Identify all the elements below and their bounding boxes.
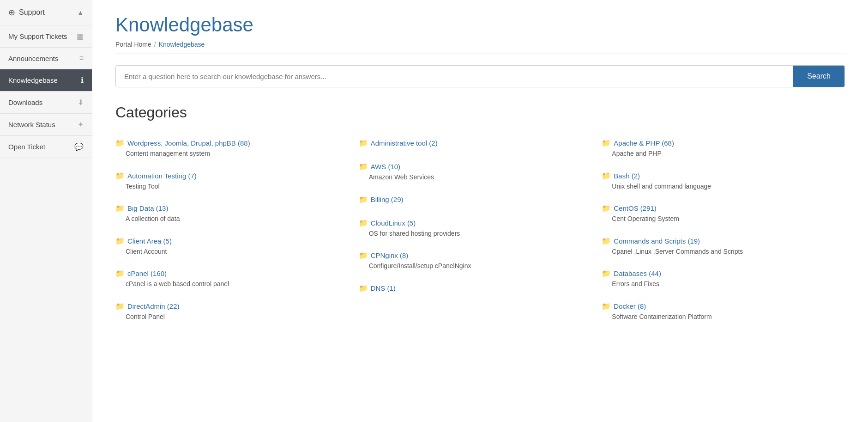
sidebar-nav: My Support Tickets▦Announcements≡Knowled… bbox=[0, 25, 92, 158]
folder-icon: 📁 bbox=[602, 204, 611, 213]
breadcrumb: Portal Home / Knowledgebase bbox=[115, 41, 845, 54]
sidebar-item-label-knowledgebase: Knowledgebase bbox=[8, 76, 58, 84]
sidebar-header-left: ⊕ Support bbox=[8, 7, 45, 18]
search-bar: Search bbox=[115, 65, 845, 87]
sidebar-item-network-status[interactable]: Network Status✦ bbox=[0, 114, 92, 136]
sidebar-item-label-open-ticket: Open Ticket bbox=[8, 143, 45, 151]
category-link-0-0[interactable]: 📁Wordpress, Joomla, Drupal, phpBB (88) bbox=[115, 139, 359, 147]
category-label-0-1: Automation Testing (7) bbox=[127, 172, 197, 180]
category-link-2-5[interactable]: 📁Docker (8) bbox=[602, 302, 845, 311]
category-col-2: 📁Apache & PHP (68)Apache and PHP📁Bash (2… bbox=[602, 132, 845, 328]
page-title: Knowledgebase bbox=[115, 14, 845, 36]
folder-icon: 📁 bbox=[359, 219, 368, 227]
category-item: 📁Databases (44)Errors and Fixes bbox=[602, 263, 845, 295]
category-desc-0-5: Control Panel bbox=[126, 312, 359, 322]
category-link-0-3[interactable]: 📁Client Area (5) bbox=[115, 237, 359, 245]
category-label-2-1: Bash (2) bbox=[614, 172, 640, 180]
sidebar-item-label-network-status: Network Status bbox=[8, 121, 55, 128]
category-item: 📁DNS (1) bbox=[359, 277, 602, 301]
category-desc-2-5: Software Containerization Platform bbox=[612, 312, 845, 322]
category-link-0-5[interactable]: 📁DirectAdmin (22) bbox=[115, 302, 359, 311]
category-desc-1-4: Configure/Install/setup cPanelNginx bbox=[369, 262, 602, 271]
category-desc-2-4: Errors and Fixes bbox=[612, 280, 845, 289]
breadcrumb-home[interactable]: Portal Home bbox=[115, 41, 151, 48]
category-item: 📁Bash (2)Unix shell and command language bbox=[602, 165, 845, 198]
folder-icon: 📁 bbox=[602, 302, 611, 311]
category-link-1-2[interactable]: 📁Billing (29) bbox=[359, 195, 602, 204]
folder-icon: 📁 bbox=[115, 237, 125, 245]
sidebar-item-open-ticket[interactable]: Open Ticket💬 bbox=[0, 136, 92, 158]
category-item: 📁Wordpress, Joomla, Drupal, phpBB (88)Co… bbox=[115, 132, 359, 165]
category-link-0-2[interactable]: 📁Big Data (13) bbox=[115, 204, 359, 213]
category-desc-2-1: Unix shell and command language bbox=[612, 182, 845, 191]
sidebar-collapse-chevron[interactable]: ▲ bbox=[77, 9, 84, 16]
folder-icon: 📁 bbox=[359, 195, 368, 204]
category-item: 📁Commands and Scripts (19)Cpanel ,Linux … bbox=[602, 230, 845, 263]
category-link-2-1[interactable]: 📁Bash (2) bbox=[602, 171, 845, 180]
folder-icon: 📁 bbox=[359, 139, 368, 147]
category-link-1-0[interactable]: 📁Administrative tool (2) bbox=[359, 139, 602, 147]
category-col-0: 📁Wordpress, Joomla, Drupal, phpBB (88)Co… bbox=[115, 132, 359, 328]
category-link-2-4[interactable]: 📁Databases (44) bbox=[602, 269, 845, 278]
category-label-2-2: CentOS (291) bbox=[614, 204, 657, 212]
search-button[interactable]: Search bbox=[793, 66, 844, 87]
folder-icon: 📁 bbox=[359, 162, 368, 171]
category-item: 📁Client Area (5)Client Account bbox=[115, 230, 359, 263]
folder-icon: 📁 bbox=[602, 237, 611, 245]
category-link-0-1[interactable]: 📁Automation Testing (7) bbox=[115, 171, 359, 180]
categories-grid: 📁Wordpress, Joomla, Drupal, phpBB (88)Co… bbox=[115, 132, 845, 328]
breadcrumb-current[interactable]: Knowledgebase bbox=[159, 41, 205, 48]
category-label-0-3: Client Area (5) bbox=[127, 237, 172, 245]
category-item: 📁Docker (8)Software Containerization Pla… bbox=[602, 295, 845, 328]
category-label-1-3: CloudLinux (5) bbox=[371, 219, 416, 227]
sidebar-header[interactable]: ⊕ Support ▲ bbox=[0, 0, 92, 25]
category-desc-1-1: Amazon Web Services bbox=[369, 173, 602, 182]
category-link-1-4[interactable]: 📁CPNginx (8) bbox=[359, 251, 602, 260]
category-desc-0-2: A collection of data bbox=[126, 214, 359, 224]
sidebar-header-label: Support bbox=[19, 8, 45, 17]
category-item: 📁Automation Testing (7)Testing Tool bbox=[115, 165, 359, 198]
category-label-0-5: DirectAdmin (22) bbox=[127, 302, 180, 310]
category-label-2-0: Apache & PHP (68) bbox=[614, 139, 674, 147]
sidebar-item-label-downloads: Downloads bbox=[8, 98, 42, 106]
category-item: 📁CloudLinux (5)OS for shared hosting pro… bbox=[359, 212, 602, 245]
category-item: 📁cPanel (160)cPanel is a web based contr… bbox=[115, 263, 359, 295]
category-label-1-4: CPNginx (8) bbox=[371, 251, 409, 259]
folder-icon: 📁 bbox=[115, 139, 125, 147]
sidebar-item-icon-network-status: ✦ bbox=[78, 120, 84, 129]
category-label-2-4: Databases (44) bbox=[614, 269, 661, 277]
category-link-2-0[interactable]: 📁Apache & PHP (68) bbox=[602, 139, 845, 147]
category-label-0-0: Wordpress, Joomla, Drupal, phpBB (88) bbox=[127, 139, 250, 147]
category-link-1-5[interactable]: 📁DNS (1) bbox=[359, 284, 602, 293]
category-link-1-1[interactable]: 📁AWS (10) bbox=[359, 162, 602, 171]
main-content: Knowledgebase Portal Home / Knowledgebas… bbox=[92, 0, 868, 422]
category-label-1-2: Billing (29) bbox=[371, 196, 404, 203]
category-item: 📁CPNginx (8)Configure/Install/setup cPan… bbox=[359, 245, 602, 277]
category-link-1-3[interactable]: 📁CloudLinux (5) bbox=[359, 219, 602, 227]
search-input[interactable] bbox=[116, 66, 793, 87]
sidebar-item-knowledgebase[interactable]: Knowledgebaseℹ bbox=[0, 69, 92, 92]
category-label-2-5: Docker (8) bbox=[614, 302, 646, 310]
breadcrumb-separator: / bbox=[154, 41, 156, 48]
sidebar-item-icon-open-ticket: 💬 bbox=[74, 142, 84, 151]
folder-icon: 📁 bbox=[115, 171, 125, 180]
categories-title: Categories bbox=[115, 104, 845, 121]
sidebar-item-downloads[interactable]: Downloads⬇ bbox=[0, 92, 92, 114]
category-label-1-0: Administrative tool (2) bbox=[371, 139, 438, 147]
category-desc-0-0: Content management system bbox=[126, 149, 359, 159]
category-link-2-2[interactable]: 📁CentOS (291) bbox=[602, 204, 845, 213]
sidebar-item-label-my-support-tickets: My Support Tickets bbox=[8, 32, 67, 40]
category-label-0-2: Big Data (13) bbox=[127, 204, 168, 212]
category-desc-0-4: cPanel is a web based control panel bbox=[126, 280, 359, 289]
sidebar-item-icon-my-support-tickets: ▦ bbox=[77, 32, 84, 41]
sidebar-item-my-support-tickets[interactable]: My Support Tickets▦ bbox=[0, 25, 92, 48]
sidebar-item-label-announcements: Announcements bbox=[8, 55, 58, 62]
category-link-2-3[interactable]: 📁Commands and Scripts (19) bbox=[602, 237, 845, 245]
category-desc-2-2: Cent Operating System bbox=[612, 214, 845, 224]
category-label-1-5: DNS (1) bbox=[371, 284, 396, 292]
category-link-0-4[interactable]: 📁cPanel (160) bbox=[115, 269, 359, 278]
sidebar-item-announcements[interactable]: Announcements≡ bbox=[0, 48, 92, 69]
category-label-2-3: Commands and Scripts (19) bbox=[614, 237, 700, 245]
category-item: 📁CentOS (291)Cent Operating System bbox=[602, 197, 845, 230]
category-desc-2-0: Apache and PHP bbox=[612, 149, 845, 159]
